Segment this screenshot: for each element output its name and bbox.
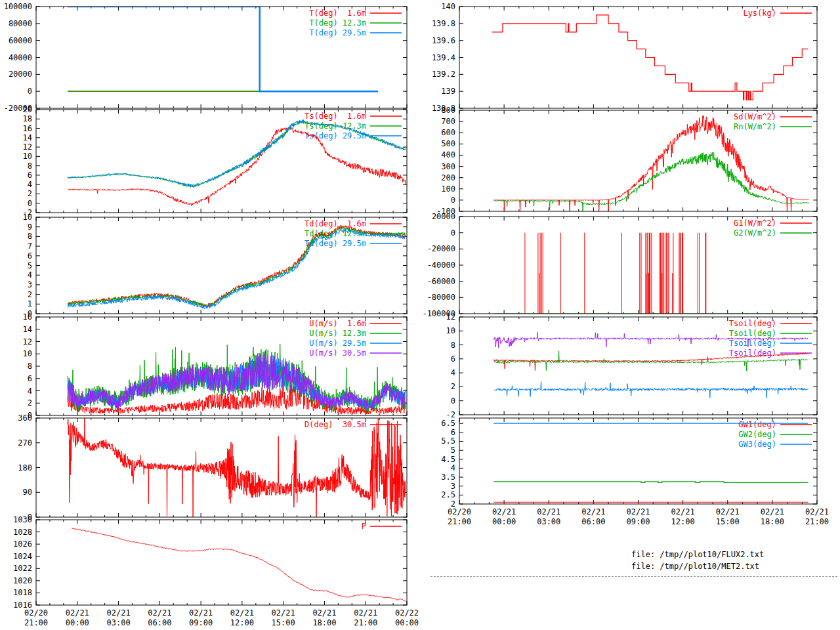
ytick-label: 6 — [28, 171, 32, 180]
panel-l5: 360270180900D(deg) 30.5m — [18, 413, 407, 522]
ytick-label: 1028 — [13, 528, 32, 537]
xtick-date: 02/21 — [354, 608, 377, 618]
ytick-label: 1030 — [13, 515, 32, 524]
ytick-label: 5 — [451, 446, 455, 455]
ytick-label: 139.4 — [432, 53, 455, 62]
ytick-label: 139.8 — [432, 19, 455, 28]
ytick-label: 1 — [28, 299, 32, 308]
xtick-time: 09:00 — [189, 618, 213, 627]
panel-l1: 100000800006000040000200000-20000T(deg) … — [4, 2, 407, 113]
ytick-label: 8 — [28, 161, 32, 171]
ytick-label: -80000 — [427, 293, 455, 302]
legend-label-p: P — [362, 522, 366, 531]
ytick-label: -60000 — [427, 277, 455, 286]
ytick-label: 0 — [451, 396, 455, 406]
ytick-label: 4 — [28, 180, 32, 189]
panel-l3: 109876543210Td(deg) 1.6mTd(deg) 12.3mTd(… — [23, 213, 407, 318]
legend-l2: Ts(deg) 1.6mTs(deg) 12.3mTs(deg) 29.5m — [304, 112, 402, 140]
ytick-label: 14 — [23, 325, 32, 334]
xtick-date: 02/21 — [189, 608, 213, 618]
legend-label-sd-w-m-2: Sd(W/m^2) — [734, 112, 776, 121]
xtick-time: 03:00 — [537, 517, 560, 526]
series-p — [72, 528, 406, 602]
legend-label-u-m-s-30-5m: U(m/s) 30.5m — [309, 348, 366, 358]
legend-label-tsoil-deg: Tsoil(deg) — [729, 319, 776, 328]
xtick-time: 06:00 — [148, 618, 171, 627]
xtick-date: 02/21 — [492, 507, 516, 516]
ytick-label: 1024 — [13, 552, 32, 561]
ytick-label: 4 — [28, 270, 32, 280]
xtick-time: 18:00 — [761, 517, 784, 526]
legend-label-d-deg-30-5m: D(deg) 30.5m — [304, 420, 366, 429]
ytick-label: 2 — [28, 290, 32, 299]
ytick-label: 6 — [28, 374, 32, 383]
legend-l5: D(deg) 30.5m — [304, 420, 402, 429]
xtick-time: 21:00 — [805, 517, 829, 526]
panel-border — [36, 520, 407, 605]
ytick-label: 10 — [23, 349, 32, 358]
panel-l6: 10301028102610241022102010181016P02/2021… — [13, 515, 419, 627]
ytick-label: 10 — [446, 326, 455, 335]
ytick-label: 4 — [451, 368, 455, 377]
ytick-label: 200 — [441, 173, 455, 182]
legend-label-ts-deg-12-3m: Ts(deg) 12.3m — [304, 121, 366, 131]
ytick-label: 20000 — [9, 70, 32, 79]
ytick-label: 90 — [23, 488, 32, 497]
xtick-time: 12:00 — [230, 618, 254, 627]
ytick-label: 400 — [441, 150, 455, 159]
plot-page: 100000800006000040000200000-20000T(deg) … — [0, 0, 840, 630]
ytick-label: 7 — [28, 242, 32, 251]
ytick-label: 8 — [28, 232, 32, 241]
series-g1 — [525, 233, 706, 314]
legend-label-gw1-deg: GW1(deg) — [738, 420, 776, 429]
series-tsoil-blue — [494, 381, 808, 398]
legend-label-td-deg-1-6m: Td(deg) 1.6m — [304, 219, 366, 228]
panel-l4: 1614121086420U(m/s) 1.6mU(m/s) 12.3mU(m/… — [23, 312, 407, 420]
xtick-time: 00:00 — [66, 618, 89, 627]
ytick-label: 4 — [451, 463, 455, 472]
ytick-label: 6 — [451, 354, 455, 364]
ytick-label: 8 — [28, 362, 32, 371]
ytick-label: 700 — [441, 117, 455, 126]
legend-label-u-m-s-29-5m: U(m/s) 29.5m — [309, 339, 366, 348]
footer-file-flux: file: /tmp//plot10/FLUX2.txt — [631, 550, 764, 559]
ytick-label: 1020 — [13, 576, 32, 585]
ytick-label: 16 — [23, 312, 32, 322]
xtick-time: 21:00 — [24, 618, 48, 627]
legend-label-gw3-deg: GW3(deg) — [738, 440, 776, 449]
xtick-date: 02/21 — [312, 608, 336, 618]
panel-r1: 140139.8139.6139.4139.2139138.8Lys(kg) — [432, 2, 817, 113]
plots-canvas: 100000800006000040000200000-20000T(deg) … — [0, 0, 840, 630]
ytick-label: 1022 — [13, 564, 32, 573]
legend-label-u-m-s-1-6m: U(m/s) 1.6m — [309, 319, 366, 328]
ytick-label: 1018 — [13, 588, 32, 597]
xtick-date: 02/21 — [671, 507, 695, 516]
series-rn — [494, 152, 808, 211]
panel-l2: 20181614121086420-2Ts(deg) 1.6mTs(deg) 1… — [23, 105, 407, 217]
panel-r4: 121086420-2Tsoil(deg)Tsoil(deg)Tsoil(deg… — [446, 312, 817, 419]
ytick-label: 300 — [441, 162, 455, 171]
legend-label-t-deg-29-5m: T(deg) 29.5m — [309, 28, 366, 37]
xtick-date: 02/21 — [626, 507, 650, 516]
ytick-label: 40000 — [9, 53, 32, 62]
ytick-label: 10 — [23, 152, 32, 161]
ytick-label: 3 — [451, 482, 455, 491]
legend-label-rn-w-m-2: Rn(W/m^2) — [734, 122, 776, 131]
xtick-date: 02/21 — [761, 507, 784, 516]
ytick-label: 800 — [441, 106, 455, 115]
series-d-30-5m — [68, 418, 406, 517]
ytick-label: 10 — [23, 213, 32, 222]
xaxis-labels-l6: 02/2021:0002/2100:0002/2103:0002/2106:00… — [24, 608, 419, 627]
ytick-label: 0 — [28, 87, 32, 96]
xtick-date: 02/20 — [24, 608, 48, 618]
ytick-label: 5.5 — [441, 436, 455, 446]
ytick-label: 6.5 — [441, 419, 455, 428]
legend-l4: U(m/s) 1.6mU(m/s) 12.3mU(m/s) 29.5mU(m/s… — [309, 319, 402, 358]
xtick-date: 02/21 — [66, 608, 89, 618]
xtick-time: 18:00 — [312, 618, 336, 627]
legend-r2: Sd(W/m^2)Rn(W/m^2) — [734, 112, 812, 131]
ytick-label: 4.5 — [441, 455, 455, 464]
ytick-label: -20000 — [427, 244, 455, 253]
xaxis-labels-r5: 02/2021:0002/2100:0002/2103:0002/2106:00… — [448, 507, 829, 526]
xtick-date: 02/20 — [448, 507, 471, 516]
